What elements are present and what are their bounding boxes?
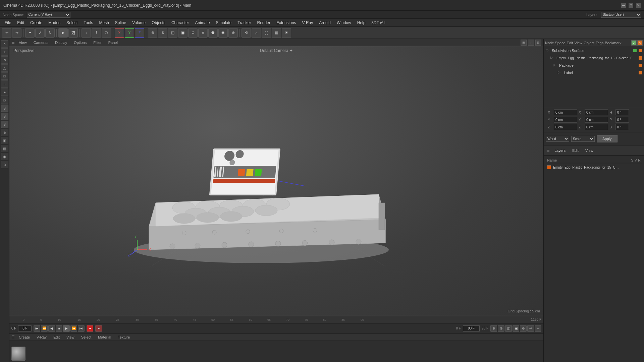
menu-tracker[interactable]: Tracker xyxy=(235,20,254,26)
viewport-tab-view[interactable]: View xyxy=(16,40,30,45)
z-pos-input[interactable] xyxy=(554,124,577,130)
extra-btn-6[interactable]: ↩ xyxy=(527,325,534,332)
tool-17[interactable]: ⛶ xyxy=(262,28,271,38)
left-tool-s3[interactable]: S xyxy=(1,121,8,128)
menu-render[interactable]: Render xyxy=(255,20,273,26)
bottom-hamburger[interactable]: ☰ xyxy=(11,335,15,339)
go-to-start[interactable]: ⏮ xyxy=(34,325,40,332)
menu-volume[interactable]: Volume xyxy=(129,20,148,26)
layers-tab-layers[interactable]: Layers xyxy=(552,148,568,153)
tool-8[interactable]: ◫ xyxy=(168,28,177,38)
layers-tab-view[interactable]: View xyxy=(583,148,595,153)
hamburger-icon[interactable]: ☰ xyxy=(11,40,15,45)
menu-help[interactable]: Help xyxy=(355,20,368,26)
bottom-tab-create[interactable]: Create xyxy=(16,335,33,340)
tool-12[interactable]: ⬟ xyxy=(208,28,218,38)
left-tool-layers[interactable]: ▤ xyxy=(1,145,8,152)
left-tool-rotate[interactable]: ↻ xyxy=(1,56,8,64)
left-tool-sphere[interactable]: ○ xyxy=(1,80,8,88)
stop-button[interactable]: ■ xyxy=(56,325,62,332)
obj-row-package[interactable]: ▷ Package xyxy=(544,62,644,69)
render-settings[interactable]: ▶ xyxy=(58,28,68,38)
redo-button[interactable]: ↪ xyxy=(12,28,21,38)
minimize-button[interactable]: — xyxy=(621,3,626,8)
left-tool-move[interactable]: ✛ xyxy=(1,48,8,56)
menu-vray[interactable]: V-Ray xyxy=(300,20,316,26)
left-tool-cross[interactable]: ⊕ xyxy=(1,129,8,136)
maximize-button[interactable]: □ xyxy=(629,3,633,8)
tool-10[interactable]: ⊙ xyxy=(188,28,198,38)
left-tool-grid[interactable]: ▣ xyxy=(1,137,8,144)
menu-window[interactable]: Window xyxy=(334,20,354,26)
extra-btn-7[interactable]: ↪ xyxy=(535,325,541,332)
y-pos-input[interactable] xyxy=(554,117,577,123)
left-tool-triangle[interactable]: △ xyxy=(1,64,8,72)
h-input[interactable] xyxy=(615,109,629,115)
tool-13[interactable]: ◉ xyxy=(218,28,228,38)
tool-16[interactable]: ⌕ xyxy=(252,28,261,38)
layers-tab-edit[interactable]: Edit xyxy=(570,148,581,153)
menu-create[interactable]: Create xyxy=(28,20,45,26)
obj-add-icon[interactable]: ✓ xyxy=(631,40,637,46)
menu-extensions[interactable]: Extensions xyxy=(274,20,299,26)
x-size-input[interactable] xyxy=(585,109,608,115)
play-forward[interactable]: ▶ xyxy=(63,325,70,332)
move-tool[interactable]: ✦ xyxy=(25,28,35,38)
extra-btn-5[interactable]: ⊙ xyxy=(520,325,527,332)
obj-row-subdivision[interactable]: ◇ Subdivision Surface xyxy=(544,47,644,54)
obj-tab-edit[interactable]: Edit xyxy=(567,41,573,45)
menu-edit[interactable]: Edit xyxy=(14,20,27,26)
menu-animate[interactable]: Animate xyxy=(193,20,213,26)
polygon-mode[interactable]: ⬡ xyxy=(102,28,111,38)
obj-edit-icon[interactable]: ✎ xyxy=(637,40,643,46)
tool-6[interactable]: ⊕ xyxy=(148,28,157,38)
obj-tab-view[interactable]: View xyxy=(575,41,583,45)
left-tool-s2[interactable]: S xyxy=(1,113,8,120)
menu-select[interactable]: Select xyxy=(64,20,80,26)
frame-input[interactable] xyxy=(18,325,32,331)
grid-toggle[interactable]: ▦ xyxy=(272,28,281,38)
obj-row-label[interactable]: ▷ Label xyxy=(544,69,644,76)
left-tool-target[interactable]: ◉ xyxy=(1,153,8,160)
menu-character[interactable]: Character xyxy=(169,20,192,26)
menu-modes[interactable]: Modes xyxy=(46,20,63,26)
bottom-tab-edit[interactable]: Edit xyxy=(51,335,62,340)
tool-9[interactable]: ▣ xyxy=(178,28,187,38)
obj-tab-object[interactable]: Object xyxy=(584,41,594,45)
record-active[interactable]: ● xyxy=(87,325,93,332)
left-tool-ring[interactable]: ⊙ xyxy=(1,161,8,168)
light-button[interactable]: ☀ xyxy=(282,28,291,38)
b-input[interactable] xyxy=(615,124,629,130)
obj-tab-node-space[interactable]: Node Space xyxy=(545,41,566,45)
p-input[interactable] xyxy=(615,117,629,123)
tool-11[interactable]: ◈ xyxy=(198,28,208,38)
x-pos-input[interactable] xyxy=(554,109,577,115)
viewport-icon-1[interactable]: ⊞ xyxy=(521,40,527,46)
menu-tools[interactable]: Tools xyxy=(81,20,96,26)
extra-btn-2[interactable]: ⊗ xyxy=(498,325,504,332)
left-tool-select[interactable]: ↖ xyxy=(1,40,8,48)
left-tool-hex[interactable]: ⬡ xyxy=(1,97,8,104)
rotate-tool[interactable]: ↻ xyxy=(45,28,55,38)
world-space-select[interactable]: World Object Camera xyxy=(546,136,569,142)
layer-item[interactable]: Empty_Egg_Plastic_Packaging_for_15_Chick… xyxy=(546,165,642,170)
apply-button[interactable]: Apply xyxy=(597,135,618,142)
window-controls[interactable]: — □ ✕ xyxy=(621,3,641,8)
bottom-tab-texture[interactable]: Texture xyxy=(115,335,132,340)
y-axis[interactable]: Y xyxy=(125,28,134,38)
bottom-tab-vray[interactable]: V-Ray xyxy=(34,335,49,340)
material-item[interactable]: Plasti xyxy=(11,347,25,362)
obj-tab-tags[interactable]: Tags xyxy=(596,41,603,45)
menu-3dtoall[interactable]: 3DToAll xyxy=(369,20,388,26)
tool-15[interactable]: ⟲ xyxy=(241,28,251,38)
menu-arnold[interactable]: Arnold xyxy=(316,20,333,26)
viewport-tab-filter[interactable]: Filter xyxy=(91,40,104,45)
layout-select[interactable]: Startup (User) xyxy=(601,12,641,18)
menu-spline[interactable]: Spline xyxy=(112,20,129,26)
bottom-tab-select[interactable]: Select xyxy=(78,335,94,340)
viewport-icon-2[interactable]: ↕ xyxy=(528,40,534,46)
point-mode[interactable]: • xyxy=(82,28,91,38)
edge-mode[interactable]: ⌇ xyxy=(92,28,101,38)
scale-tool[interactable]: ⤢ xyxy=(35,28,45,38)
bottom-tab-view[interactable]: View xyxy=(64,335,77,340)
